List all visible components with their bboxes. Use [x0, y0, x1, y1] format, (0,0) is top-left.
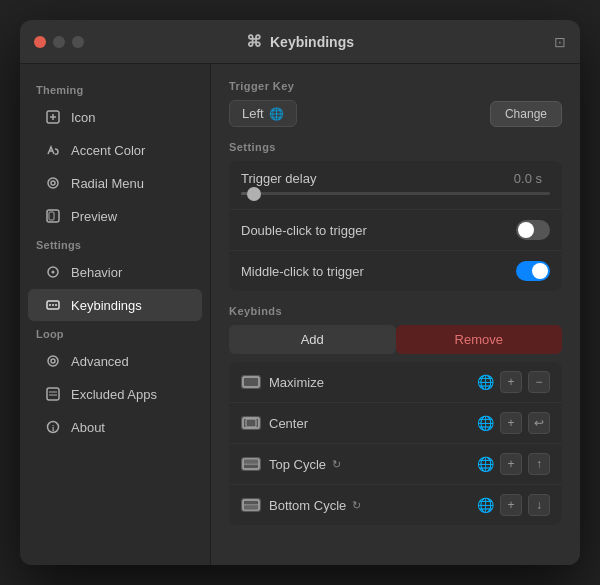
sidebar-item-behavior[interactable]: Behavior	[28, 256, 202, 288]
svg-rect-23	[246, 419, 256, 427]
slider-top-row: Trigger delay 0.0 s	[241, 171, 550, 186]
add-tab[interactable]: Add	[229, 325, 396, 354]
center-enter-btn[interactable]: ↩	[528, 412, 550, 434]
middle-click-toggle[interactable]	[516, 261, 550, 281]
maximize-keybind-icon	[241, 375, 261, 389]
middle-click-toggle-knob	[532, 263, 548, 279]
sidebar-item-radial-menu[interactable]: Radial Menu	[28, 167, 202, 199]
behavior-icon	[44, 263, 62, 281]
sidebar-item-advanced[interactable]: Advanced	[28, 345, 202, 377]
svg-rect-21	[243, 377, 259, 387]
bottom-cycle-down-btn[interactable]: ↓	[528, 494, 550, 516]
double-click-label: Double-click to trigger	[241, 223, 516, 238]
top-cycle-add-btn[interactable]: +	[500, 453, 522, 475]
svg-rect-29	[244, 506, 258, 510]
traffic-lights	[34, 36, 84, 48]
close-button[interactable]	[34, 36, 46, 48]
keybinds-header: Add Remove	[229, 325, 562, 354]
top-cycle-cycle-icon: ↻	[332, 458, 341, 471]
sidebar-item-accent-color-label: Accent Color	[71, 143, 145, 158]
maximize-actions: 🌐 + −	[477, 371, 550, 393]
theming-section-label: Theming	[20, 78, 210, 100]
trigger-key-label: Left	[242, 106, 264, 121]
bottom-cycle-label: Bottom Cycle	[269, 498, 346, 513]
keybind-row-top-cycle: Top Cycle ↻ 🌐 + ↑	[229, 444, 562, 485]
keybindings-icon: ⌘	[246, 32, 262, 51]
advanced-icon	[44, 352, 62, 370]
content-area: Trigger Key Left 🌐 Change Settings Trigg…	[210, 64, 580, 565]
top-cycle-up-btn[interactable]: ↑	[528, 453, 550, 475]
double-click-toggle-knob	[518, 222, 534, 238]
keybinds-list: Maximize 🌐 + − Center 🌐 +	[229, 362, 562, 525]
svg-point-5	[51, 181, 55, 185]
double-click-toggle[interactable]	[516, 220, 550, 240]
top-cycle-globe-icon: 🌐	[477, 456, 494, 472]
svg-point-4	[48, 178, 58, 188]
sidebar-item-excluded-apps[interactable]: Excluded Apps	[28, 378, 202, 410]
trigger-key-row: Left 🌐 Change	[229, 100, 562, 127]
center-add-btn[interactable]: +	[500, 412, 522, 434]
trigger-delay-slider-container	[241, 192, 550, 199]
maximize-add-btn[interactable]: +	[500, 371, 522, 393]
center-keybind-icon	[241, 416, 261, 430]
sidebar-item-about-label: About	[71, 420, 105, 435]
bottom-cycle-add-btn[interactable]: +	[500, 494, 522, 516]
bottom-cycle-name: Bottom Cycle ↻	[269, 498, 469, 513]
sidebar-item-excluded-apps-label: Excluded Apps	[71, 387, 157, 402]
split-view-icon[interactable]: ⊡	[554, 34, 566, 50]
sidebar-item-icon-label: Icon	[71, 110, 96, 125]
remove-tab[interactable]: Remove	[396, 325, 563, 354]
maximize-remove-btn[interactable]: −	[528, 371, 550, 393]
top-cycle-label: Top Cycle	[269, 457, 326, 472]
keybinds-section-title: Keybinds	[229, 305, 562, 317]
window-title: ⌘ Keybindings	[246, 32, 354, 51]
maximize-globe-icon: 🌐	[477, 374, 494, 390]
svg-rect-16	[47, 388, 59, 400]
maximize-name: Maximize	[269, 375, 469, 390]
keybind-row-bottom-cycle: Bottom Cycle ↻ 🌐 + ↓	[229, 485, 562, 525]
sidebar-item-keybindings[interactable]: Keybindings	[28, 289, 202, 321]
trigger-globe-icon: 🌐	[269, 107, 284, 121]
bottom-cycle-actions: 🌐 + ↓	[477, 494, 550, 516]
svg-point-14	[48, 356, 58, 366]
sidebar-item-about[interactable]: i About	[28, 411, 202, 443]
settings-box: Trigger delay 0.0 s Double-click to trig…	[229, 161, 562, 291]
titlebar: ⌘ Keybindings ⊡	[20, 20, 580, 64]
sidebar-item-behavior-label: Behavior	[71, 265, 122, 280]
radial-menu-icon	[44, 174, 62, 192]
svg-rect-7	[49, 212, 54, 220]
settings-section-title: Settings	[229, 141, 562, 153]
sidebar-item-preview-label: Preview	[71, 209, 117, 224]
maximize-button[interactable]	[72, 36, 84, 48]
keybind-row-maximize: Maximize 🌐 + −	[229, 362, 562, 403]
sidebar-item-accent-color[interactable]: Accent Color	[28, 134, 202, 166]
minimize-button[interactable]	[53, 36, 65, 48]
trigger-delay-label: Trigger delay	[241, 171, 514, 186]
excluded-apps-icon	[44, 385, 62, 403]
sidebar-item-icon[interactable]: Icon	[28, 101, 202, 133]
main-layout: Theming Icon Accent Color Radial Menu	[20, 64, 580, 565]
loop-section-label: Loop	[20, 322, 210, 344]
top-cycle-name: Top Cycle ↻	[269, 457, 469, 472]
center-actions: 🌐 + ↩	[477, 412, 550, 434]
accent-color-icon	[44, 141, 62, 159]
center-name: Center	[269, 416, 469, 431]
svg-rect-26	[244, 460, 258, 464]
trigger-delay-row: Trigger delay 0.0 s	[229, 161, 562, 210]
keybindings-sidebar-icon	[44, 296, 62, 314]
top-cycle-actions: 🌐 + ↑	[477, 453, 550, 475]
keybind-row-center: Center 🌐 + ↩	[229, 403, 562, 444]
double-click-row: Double-click to trigger	[229, 210, 562, 251]
trigger-delay-value: 0.0 s	[514, 171, 542, 186]
change-button[interactable]: Change	[490, 101, 562, 127]
slider-thumb[interactable]	[247, 187, 261, 201]
svg-point-15	[51, 359, 55, 363]
title-text: Keybindings	[270, 34, 354, 50]
preview-icon	[44, 207, 62, 225]
middle-click-row: Middle-click to trigger	[229, 251, 562, 291]
middle-click-label: Middle-click to trigger	[241, 264, 516, 279]
settings-section-label: Settings	[20, 233, 210, 255]
sidebar-item-radial-menu-label: Radial Menu	[71, 176, 144, 191]
sidebar-item-preview[interactable]: Preview	[28, 200, 202, 232]
trigger-key-button[interactable]: Left 🌐	[229, 100, 297, 127]
